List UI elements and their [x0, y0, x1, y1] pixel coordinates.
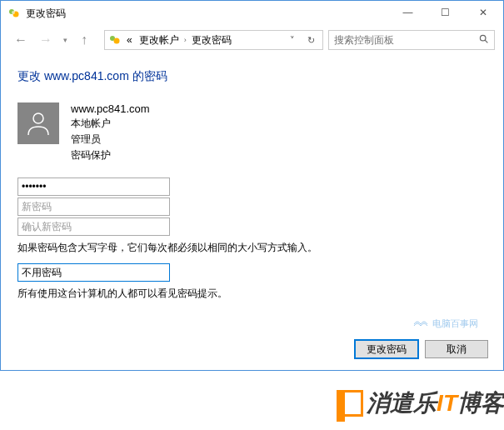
breadcrumb-item[interactable]: 更改帐户	[137, 33, 181, 48]
user-name: www.pc841.com	[71, 102, 150, 115]
user-info-row: www.pc841.com 本地帐户 管理员 密码保护	[17, 102, 487, 162]
hint-field-wrap	[17, 263, 401, 282]
window-icon	[7, 7, 21, 20]
up-button[interactable]: ↑	[72, 28, 96, 52]
account-type: 本地帐户	[71, 117, 150, 131]
back-button[interactable]: ←	[9, 28, 32, 52]
cancel-button[interactable]: 取消	[425, 340, 488, 358]
address-icon	[108, 33, 122, 47]
svg-point-4	[114, 38, 120, 44]
search-icon[interactable]	[478, 33, 489, 47]
current-password-field[interactable]	[17, 178, 170, 196]
close-button[interactable]: ✕	[464, 1, 502, 24]
logo-icon	[337, 390, 363, 417]
page-title: 更改 www.pc841.com 的密码	[17, 69, 487, 84]
search-input[interactable]	[334, 34, 478, 46]
navigation-bar: ← → ▾ ↑ « 更改帐户 › 更改密码 ˅ ↻	[1, 26, 503, 54]
minimize-button[interactable]: —	[389, 1, 427, 24]
account-role: 管理员	[71, 132, 150, 147]
confirm-password-field[interactable]	[17, 218, 170, 236]
help-text-case: 如果密码包含大写字母，它们每次都必须以相同的大小写方式输入。	[17, 241, 487, 255]
address-dropdown-icon[interactable]: ˅	[284, 32, 301, 48]
logo-text: 消遣乐IT博客	[367, 388, 504, 419]
refresh-icon[interactable]: ↻	[302, 32, 319, 48]
change-password-window: 更改密码 — ☐ ✕ ← → ▾ ↑ « 更改帐户 › 更改密码 ˅ ↻	[0, 0, 504, 371]
submit-button[interactable]: 更改密码	[355, 340, 418, 358]
svg-line-6	[485, 40, 487, 42]
svg-point-2	[12, 11, 15, 14]
history-dropdown[interactable]: ▾	[59, 36, 71, 44]
maximize-button[interactable]: ☐	[427, 1, 464, 24]
address-bar[interactable]: « 更改帐户 › 更改密码 ˅ ↻	[104, 30, 323, 50]
help-text-hint: 所有使用这台计算机的人都可以看见密码提示。	[17, 287, 487, 301]
svg-point-7	[33, 113, 43, 123]
new-password-field[interactable]	[17, 198, 170, 216]
password-fields	[17, 178, 401, 236]
content-area: 更改 www.pc841.com 的密码 www.pc841.com 本地帐户 …	[1, 54, 503, 324]
avatar	[17, 102, 59, 144]
breadcrumb-item[interactable]: 更改密码	[190, 33, 233, 48]
window-controls: — ☐ ✕	[389, 1, 502, 26]
breadcrumb-prefix: «	[125, 34, 134, 46]
chevron-right-icon: ›	[184, 36, 187, 44]
password-hint-field[interactable]	[17, 263, 170, 282]
page-logo: 消遣乐IT博客	[0, 371, 504, 428]
svg-point-5	[480, 35, 486, 41]
forward-button[interactable]: →	[34, 28, 57, 52]
titlebar: 更改密码 — ☐ ✕	[1, 1, 503, 26]
button-row: 更改密码 取消	[355, 340, 488, 358]
search-box[interactable]	[328, 30, 495, 50]
user-details: www.pc841.com 本地帐户 管理员 密码保护	[71, 102, 150, 162]
password-protection: 密码保护	[71, 148, 150, 162]
window-title: 更改密码	[26, 7, 389, 21]
